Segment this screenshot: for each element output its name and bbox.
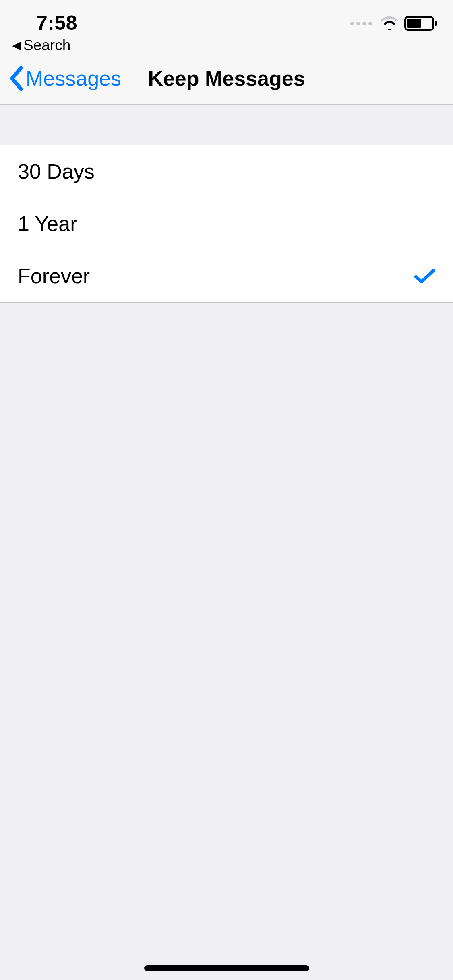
wifi-icon [380,16,399,30]
breadcrumb-label: Search [23,37,70,54]
option-label: 1 Year [18,212,77,236]
status-right [350,16,437,31]
section-gap [0,105,453,145]
battery-icon [404,16,437,31]
caret-left-icon: ◀ [12,40,21,51]
options-list: 30 Days 1 Year Forever [0,145,453,303]
option-30-days[interactable]: 30 Days [0,145,453,198]
status-time: 7:58 [36,11,77,35]
option-label: 30 Days [18,159,95,183]
back-to-app-breadcrumb[interactable]: ◀ Search [12,37,70,54]
home-indicator[interactable] [144,965,309,971]
option-1-year[interactable]: 1 Year [0,198,453,250]
option-label: Forever [18,264,90,288]
back-button[interactable]: Messages [9,66,121,91]
chevron-left-icon [9,66,24,91]
checkmark-icon [414,268,435,284]
back-button-label: Messages [26,66,121,91]
cellular-dots-icon [350,22,372,25]
navigation-bar: Messages Keep Messages [0,52,453,105]
option-forever[interactable]: Forever [0,250,453,302]
status-bar: 7:58 ◀ Search [0,0,453,52]
page-title: Keep Messages [148,66,305,91]
